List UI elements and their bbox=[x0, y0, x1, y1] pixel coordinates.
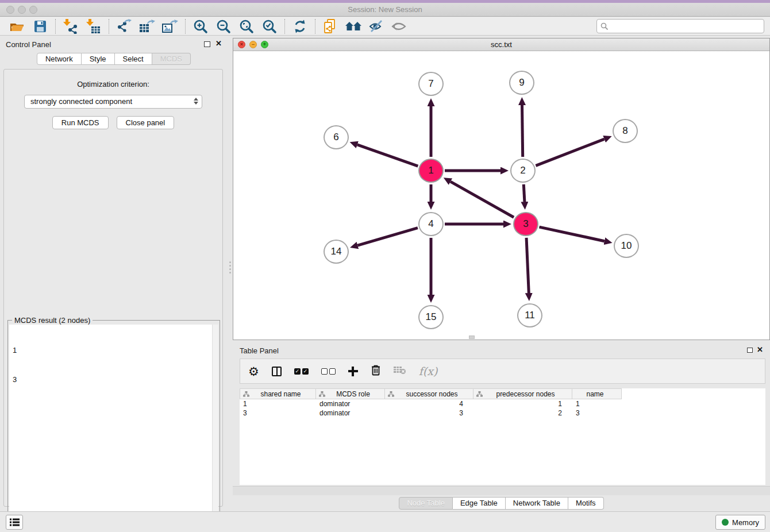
graph-edge-4-14[interactable] bbox=[357, 228, 418, 245]
create-column-icon[interactable] bbox=[348, 367, 358, 376]
network-title: scc.txt bbox=[233, 40, 769, 49]
table-toolbar: ⚙ ✓✓ f(x) bbox=[240, 358, 765, 384]
export-table-icon[interactable] bbox=[138, 18, 156, 34]
criterion-select[interactable]: strongly connected component bbox=[24, 95, 202, 109]
float-panel-icon[interactable] bbox=[204, 41, 210, 47]
graph-edge-1-6[interactable] bbox=[357, 145, 418, 166]
cell-name: 1 bbox=[572, 399, 622, 408]
cell-name: 3 bbox=[572, 408, 622, 418]
graph-node-14[interactable]: 14 bbox=[324, 240, 349, 264]
memory-label: Memory bbox=[732, 518, 759, 527]
refresh-layout-icon[interactable] bbox=[291, 18, 309, 34]
close-panel-button[interactable]: Close panel bbox=[117, 116, 175, 129]
export-image-icon[interactable] bbox=[161, 18, 179, 34]
function-builder-icon: f(x) bbox=[419, 365, 438, 377]
show-columns-icon[interactable] bbox=[272, 367, 282, 376]
unselect-all-columns-icon[interactable] bbox=[321, 368, 336, 375]
cell-shared-name: 1 bbox=[240, 399, 316, 408]
export-network-icon[interactable] bbox=[116, 18, 133, 34]
graph-edge-3-10[interactable] bbox=[539, 227, 604, 241]
mcds-result-title: MCDS result (2 nodes) bbox=[12, 316, 93, 325]
graph-node-9[interactable]: 9 bbox=[509, 71, 534, 95]
canvas-scrollbar-thumb[interactable] bbox=[469, 336, 475, 339]
search-field[interactable] bbox=[596, 19, 764, 33]
app-titlebar: Session: New Session bbox=[0, 3, 770, 17]
toolbar-separator bbox=[284, 19, 285, 34]
show-all-icon[interactable] bbox=[391, 18, 408, 34]
graph-edge-2-8[interactable] bbox=[536, 139, 604, 165]
graph-edge-2-3[interactable] bbox=[523, 184, 525, 202]
tab-motifs[interactable]: Motifs bbox=[568, 497, 604, 510]
zoom-selected-icon[interactable] bbox=[261, 18, 278, 34]
cell-successor-nodes: 4 bbox=[385, 399, 473, 408]
cell-predecessor-nodes: 1 bbox=[473, 399, 572, 408]
task-history-button[interactable] bbox=[6, 515, 23, 530]
graph-edge-2-9[interactable] bbox=[522, 105, 523, 157]
graph-edge-3-1[interactable] bbox=[451, 182, 514, 217]
tab-select[interactable]: Select bbox=[115, 53, 152, 65]
column-header-name[interactable]: name bbox=[572, 388, 622, 399]
result-scrollbar[interactable] bbox=[212, 325, 218, 532]
toolbar-separator bbox=[55, 19, 56, 34]
cell-mcds-role: dominator bbox=[316, 399, 385, 408]
tab-style[interactable]: Style bbox=[82, 53, 115, 65]
import-table-icon[interactable] bbox=[85, 18, 102, 34]
tab-network-table[interactable]: Network Table bbox=[506, 497, 568, 510]
tab-node-table[interactable]: Node Table bbox=[399, 497, 453, 510]
tab-edge-table[interactable]: Edge Table bbox=[453, 497, 506, 510]
list-icon bbox=[10, 518, 20, 526]
graph-node-8[interactable]: 8 bbox=[613, 119, 638, 143]
graph-node-10[interactable]: 10 bbox=[614, 234, 639, 258]
graph-node-11[interactable]: 11 bbox=[517, 303, 542, 327]
table-close-icon[interactable]: ✕ bbox=[757, 345, 763, 354]
edge-layer bbox=[233, 51, 769, 340]
network-view-window: × – + scc.txt 7968124314101511 bbox=[233, 38, 770, 340]
save-session-icon[interactable] bbox=[32, 18, 49, 34]
criterion-value: strongly connected component bbox=[30, 97, 132, 106]
table-settings-gear-icon[interactable]: ⚙ bbox=[248, 365, 259, 377]
toolbar-separator bbox=[315, 19, 315, 34]
open-file-icon[interactable] bbox=[9, 18, 26, 34]
graph-node-2[interactable]: 2 bbox=[510, 159, 536, 183]
graph-node-1[interactable]: 1 bbox=[418, 159, 444, 183]
mcds-result-group: MCDS result (2 nodes) 1 3 bbox=[7, 320, 220, 532]
panel-splitter[interactable] bbox=[228, 260, 232, 277]
run-mcds-button[interactable]: Run MCDS bbox=[52, 116, 109, 129]
duplicate-network-icon[interactable] bbox=[322, 18, 339, 34]
column-header-mcds-role[interactable]: MCDS role bbox=[316, 388, 385, 399]
search-input[interactable] bbox=[611, 21, 764, 32]
table-float-icon[interactable] bbox=[747, 348, 753, 353]
graph-node-15[interactable]: 15 bbox=[418, 305, 444, 329]
graph-node-3[interactable]: 3 bbox=[513, 212, 538, 236]
graph-node-6[interactable]: 6 bbox=[324, 125, 349, 149]
column-header-shared-name[interactable]: shared name bbox=[240, 388, 316, 399]
tab-network[interactable]: Network bbox=[37, 53, 82, 65]
memory-button[interactable]: Memory bbox=[715, 515, 765, 530]
main-toolbar bbox=[0, 17, 770, 36]
result-line: 1 bbox=[13, 345, 215, 355]
cell-mcds-role: dominator bbox=[316, 408, 385, 418]
zoom-out-icon[interactable] bbox=[215, 18, 232, 34]
graph-edge-3-11[interactable] bbox=[526, 238, 529, 293]
column-header-predecessor-nodes[interactable]: predecessor nodes bbox=[473, 388, 572, 399]
close-panel-icon[interactable]: ✕ bbox=[215, 39, 222, 48]
table-row[interactable]: 1 dominator 4 1 1 bbox=[240, 399, 765, 408]
select-all-columns-icon[interactable]: ✓✓ bbox=[294, 368, 309, 375]
zoom-fit-icon[interactable] bbox=[238, 18, 255, 34]
graph-node-4[interactable]: 4 bbox=[418, 212, 444, 236]
control-panel-title: Control Panel bbox=[6, 40, 51, 49]
network-canvas[interactable]: 7968124314101511 bbox=[233, 51, 769, 340]
graph-node-7[interactable]: 7 bbox=[418, 72, 444, 96]
network-window-titlebar[interactable]: × – + scc.txt bbox=[233, 38, 769, 51]
table-row[interactable]: 3 dominator 3 2 3 bbox=[240, 408, 765, 418]
optimization-criterion-label: Optimization criterion: bbox=[4, 80, 222, 88]
tab-mcds[interactable]: MCDS bbox=[152, 53, 191, 65]
table-panel-title: Table Panel bbox=[240, 346, 279, 355]
first-neighbors-icon[interactable] bbox=[345, 18, 362, 34]
mcds-result-textarea[interactable]: 1 3 bbox=[9, 325, 218, 532]
import-network-icon[interactable] bbox=[62, 18, 79, 34]
column-header-successor-nodes[interactable]: successor nodes bbox=[385, 388, 473, 399]
hide-selected-icon[interactable] bbox=[368, 18, 385, 34]
zoom-in-icon[interactable] bbox=[192, 18, 209, 34]
delete-column-icon[interactable] bbox=[371, 364, 381, 378]
